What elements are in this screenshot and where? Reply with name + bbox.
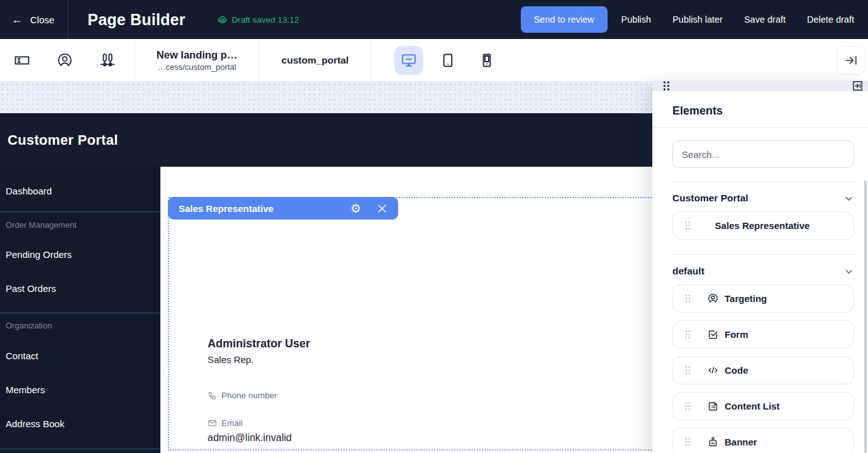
mobile-icon [479, 52, 495, 69]
panel-scrollbar[interactable] [864, 181, 867, 453]
targeting-icon [707, 293, 719, 305]
sidebar-section-organization: Organization [5, 321, 155, 330]
collapse-panel-button[interactable] [837, 46, 865, 75]
sidebar-item-address-book[interactable]: Address Book [5, 418, 155, 429]
drag-handle-icon[interactable] [684, 294, 691, 303]
chevron-down-icon[interactable] [843, 193, 854, 204]
draft-status-text: Draft saved 13:12 [232, 15, 299, 25]
sidebar-item-contact[interactable]: Contact [5, 350, 155, 361]
page-name: New landing p… [157, 49, 237, 61]
waypoints-tool-icon[interactable] [98, 51, 117, 70]
selected-element-name: Sales Representative [168, 203, 350, 214]
form-icon [707, 328, 719, 340]
close-button[interactable]: ← Close [0, 0, 69, 39]
tab-custom-portal[interactable]: custom_portal [259, 39, 371, 81]
toolbar-icon-group [0, 39, 135, 81]
tablet-preview-button[interactable] [433, 46, 462, 75]
sidebar-divider [0, 449, 160, 449]
sidebar-divider [0, 211, 160, 212]
draft-status: Draft saved 13:12 [217, 14, 299, 25]
panel-collapse-icon[interactable] [852, 81, 863, 91]
publish-later-button[interactable]: Publish later [665, 6, 730, 33]
delete-draft-button[interactable]: Delete draft [799, 6, 862, 33]
tablet-icon [440, 52, 456, 69]
site-header-title: Customer Portal [0, 132, 118, 148]
email-label: Email [221, 418, 243, 428]
phone-icon [208, 391, 217, 400]
sidebar-section-order-management: Order Management [5, 220, 155, 230]
save-draft-button[interactable]: Save draft [737, 6, 793, 33]
chevron-down-icon[interactable] [843, 266, 854, 277]
selected-element-label-bar[interactable]: Sales Representative ⚙ [168, 197, 398, 220]
send-to-review-button[interactable]: Send to review [521, 6, 608, 33]
sidebar-item-past-orders[interactable]: Past Orders [5, 283, 155, 294]
panel-divider [672, 181, 854, 182]
desktop-icon [401, 52, 417, 69]
device-preview-switch [372, 39, 501, 81]
content-list-icon [707, 400, 719, 412]
element-item-code[interactable]: Code [672, 356, 854, 384]
section-default[interactable]: default [672, 263, 854, 279]
site-sidebar: Dashboard Order Management Pending Order… [0, 167, 160, 453]
drag-handle-icon[interactable] [684, 330, 691, 339]
element-settings-gear-icon[interactable]: ⚙ [350, 203, 361, 215]
sidebar-item-members[interactable]: Members [5, 384, 155, 395]
sidebar-item-pending-orders[interactable]: Pending Orders [5, 249, 155, 260]
phone-label: Phone number [221, 391, 277, 400]
banner-icon [707, 436, 719, 448]
drag-handle-icon[interactable] [684, 401, 691, 411]
builder-toolbar: New landing p… …cess/custom_portal custo… [0, 39, 868, 82]
element-item-content-list[interactable]: Content List [672, 392, 854, 420]
arrow-to-bar-icon [844, 53, 858, 67]
arrow-left-icon: ← [11, 14, 23, 25]
panel-title: Elements [652, 91, 868, 127]
topbar: ← Close Page Builder Draft saved 13:12 S… [0, 0, 868, 39]
section-customer-portal[interactable]: Customer Portal [672, 190, 854, 206]
email-icon [208, 418, 217, 428]
search-input[interactable] [672, 140, 854, 168]
page-path: …cess/custom_portal [158, 62, 236, 72]
text-field-tool-icon[interactable] [13, 51, 31, 70]
code-icon [707, 364, 719, 376]
user-circle-tool-icon[interactable] [55, 51, 74, 70]
mobile-preview-button[interactable] [472, 46, 501, 75]
element-deselect-close-icon[interactable] [376, 203, 388, 215]
page-selector[interactable]: New landing p… …cess/custom_portal [135, 39, 259, 81]
element-item-targeting[interactable]: Targeting [672, 284, 854, 313]
drag-handle-icon[interactable] [684, 437, 691, 447]
topbar-actions: Send to review Publish Publish later Sav… [521, 6, 868, 33]
panel-drag-strip[interactable] [652, 81, 868, 91]
close-label: Close [30, 14, 54, 25]
drag-handle-icon[interactable] [684, 221, 691, 230]
drag-handle-icon[interactable] [662, 81, 670, 91]
drag-handle-icon[interactable] [684, 366, 691, 375]
desktop-preview-button[interactable] [394, 46, 423, 75]
elements-panel: Elements Customer Portal Sales Represent… [652, 81, 868, 453]
element-item-form[interactable]: Form [672, 320, 854, 349]
element-item-sales-representative[interactable]: Sales Representative [672, 211, 854, 240]
sidebar-divider [0, 313, 160, 313]
publish-button[interactable]: Publish [614, 6, 659, 33]
element-item-banner[interactable]: Banner [672, 428, 854, 453]
panel-scroll-area: Customer Portal Sales Representative def… [652, 128, 868, 453]
sidebar-item-dashboard[interactable]: Dashboard [5, 186, 155, 196]
panel-divider [672, 254, 854, 255]
app-title: Page Builder [87, 11, 185, 29]
cloud-check-icon [217, 14, 228, 25]
